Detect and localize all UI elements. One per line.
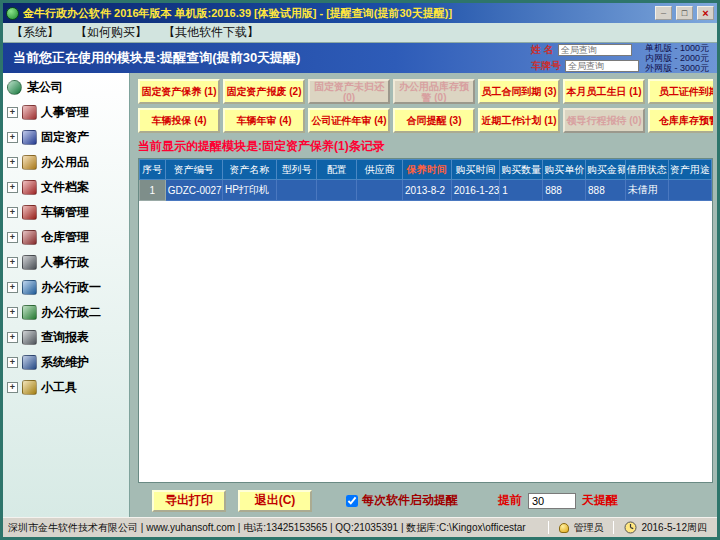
warehouse-icon — [22, 230, 37, 245]
sidebar-item-label: 车辆管理 — [41, 204, 89, 221]
sidebar-item-office-admin-1[interactable]: +办公行政一 — [5, 275, 127, 300]
reminder-button-vehicle-inspection[interactable]: 车辆年审 (4) — [223, 108, 305, 133]
sidebar-item-label: 人事行政 — [41, 254, 89, 271]
reminder-button-warehouse-stock-warning[interactable]: 仓库库存预警 — [648, 108, 713, 133]
name-search-row: 姓 名 — [531, 43, 639, 57]
expand-plus-icon[interactable]: + — [7, 357, 18, 368]
expand-plus-icon[interactable]: + — [7, 332, 18, 343]
expand-plus-icon[interactable]: + — [7, 257, 18, 268]
statusbar-divider — [613, 521, 614, 534]
column-header-8[interactable]: 购买时间 — [451, 160, 500, 180]
hr-books-icon — [22, 105, 37, 120]
reminder-table-area: 序号资产编号资产名称型列号配置供应商保养时间购买时间购买数量购买单价购买金额借用… — [138, 158, 713, 483]
office-admin2-icon — [22, 305, 37, 320]
expand-plus-icon[interactable]: + — [7, 232, 18, 243]
title-bar[interactable]: 金牛行政办公软件 2016年版本 单机版:2016.39 [体验试用版] - [… — [3, 3, 717, 23]
sidebar-item-label: 查询报表 — [41, 329, 89, 346]
office-admin1-icon — [22, 280, 37, 295]
footer-controls: 导出打印 退出(C) 每次软件启动提醒 提前 天提醒 — [138, 483, 713, 513]
table-row[interactable]: 1GDZC-00276HP打印机2013-8-22016-1-231888888… — [140, 180, 712, 201]
status-bar: 深圳市金牛软件技术有限公司 | www.yuhansoft.com | 电话:1… — [3, 517, 717, 537]
column-header-12[interactable]: 借用状态 — [626, 160, 669, 180]
reminder-row-2: 车辆投保 (4)车辆年审 (4)公司证件年审 (4)合同提醒 (3)近期工作计划… — [138, 108, 713, 133]
table-cell — [317, 180, 357, 201]
reminder-button-supplies-stock-warning[interactable]: 办公用品库存预警 (0) — [393, 79, 475, 104]
column-header-3[interactable]: 资产名称 — [222, 160, 276, 180]
sidebar-item-label: 小工具 — [41, 379, 77, 396]
expand-plus-icon[interactable]: + — [7, 207, 18, 218]
sidebar: 某公司 +人事管理+固定资产+办公用品+文件档案+车辆管理+仓库管理+人事行政+… — [3, 73, 130, 517]
sidebar-item-office-admin-2[interactable]: +办公行政二 — [5, 300, 127, 325]
sidebar-item-hr[interactable]: +人事管理 — [5, 100, 127, 125]
column-header-11[interactable]: 购买金额 — [586, 160, 626, 180]
reminder-button-vehicle-insurance[interactable]: 车辆投保 (4) — [138, 108, 220, 133]
reminder-button-leader-schedule[interactable]: 领导行程报待 (0) — [563, 108, 645, 133]
sidebar-item-label: 办公行政一 — [41, 279, 101, 296]
table-cell: HP打印机 — [222, 180, 276, 201]
reminder-button-contract-expiry[interactable]: 员工合同到期 (3) — [478, 79, 560, 104]
reminder-button-fixed-asset-scrap[interactable]: 固定资产报废 (2) — [223, 79, 305, 104]
column-header-6[interactable]: 供应商 — [357, 160, 403, 180]
name-search-input[interactable] — [558, 44, 632, 56]
table-cell: 2016-1-23 — [451, 180, 500, 201]
column-header-10[interactable]: 购买单价 — [543, 160, 586, 180]
advance-days-input[interactable] — [528, 493, 576, 509]
expand-plus-icon[interactable]: + — [7, 182, 18, 193]
column-header-7[interactable]: 保养时间 — [403, 160, 452, 180]
reminder-button-fixed-asset-unreturned[interactable]: 固定资产未归还 (0) — [308, 79, 390, 104]
sidebar-root-company[interactable]: 某公司 — [5, 76, 127, 100]
sidebar-item-warehouse[interactable]: +仓库管理 — [5, 225, 127, 250]
menu-item-1[interactable]: 【系统】 — [11, 24, 59, 41]
clock-icon — [624, 521, 637, 534]
column-header-13[interactable]: 资产用途 — [668, 160, 711, 180]
menu-bar: 【系统】【如何购买】【其他软件下载】 — [3, 23, 717, 43]
expand-plus-icon[interactable]: + — [7, 307, 18, 318]
sidebar-item-label: 办公用品 — [41, 154, 89, 171]
statusbar-user: 管理员 — [554, 521, 608, 535]
expand-plus-icon[interactable]: + — [7, 132, 18, 143]
sidebar-item-hr-admin[interactable]: +人事行政 — [5, 250, 127, 275]
sidebar-item-supplies[interactable]: +办公用品 — [5, 150, 127, 175]
module-header: 当前您正在使用的模块是:提醒查询(提前30天提醒) 姓 名 车牌号 单机版 - … — [3, 43, 717, 73]
window-body: 某公司 +人事管理+固定资产+办公用品+文件档案+车辆管理+仓库管理+人事行政+… — [3, 73, 717, 517]
maintenance-icon — [22, 355, 37, 370]
minimize-button[interactable] — [655, 6, 672, 20]
column-header-2[interactable]: 资产编号 — [165, 160, 222, 180]
statusbar-info: 深圳市金牛软件技术有限公司 | www.yuhansoft.com | 电话:1… — [8, 521, 543, 535]
sidebar-item-reports[interactable]: +查询报表 — [5, 325, 127, 350]
assets-cube-icon — [22, 130, 37, 145]
column-header-5[interactable]: 配置 — [317, 160, 357, 180]
close-button[interactable] — [697, 6, 714, 20]
maximize-button[interactable] — [676, 6, 693, 20]
reminder-button-employee-cert-expiry[interactable]: 员工证件到期 — [648, 79, 713, 104]
exit-button[interactable]: 退出(C) — [238, 490, 312, 512]
table-body: 1GDZC-00276HP打印机2013-8-22016-1-231888888… — [140, 180, 712, 201]
column-header-1[interactable]: 序号 — [140, 160, 166, 180]
main-panel: 固定资产保养 (1)固定资产报废 (2)固定资产未归还 (0)办公用品库存预警 … — [130, 73, 717, 517]
column-header-9[interactable]: 购买数量 — [500, 160, 543, 180]
reminder-button-contract-reminder[interactable]: 合同提醒 (3) — [393, 108, 475, 133]
sidebar-item-maintenance[interactable]: +系统维护 — [5, 350, 127, 375]
sidebar-item-vehicles[interactable]: +车辆管理 — [5, 200, 127, 225]
export-print-button[interactable]: 导出打印 — [152, 490, 226, 512]
expand-plus-icon[interactable]: + — [7, 382, 18, 393]
reminder-button-employee-birthday[interactable]: 本月员工生日 (1) — [563, 79, 645, 104]
column-header-4[interactable]: 型列号 — [277, 160, 317, 180]
menu-item-3[interactable]: 【其他软件下载】 — [163, 24, 259, 41]
sidebar-item-files[interactable]: +文件档案 — [5, 175, 127, 200]
startup-reminder-checkbox[interactable] — [346, 495, 358, 507]
price-line-3: 外网版 - 3000元 — [645, 63, 709, 73]
expand-plus-icon[interactable]: + — [7, 282, 18, 293]
reminder-button-work-plan[interactable]: 近期工作计划 (1) — [478, 108, 560, 133]
expand-plus-icon[interactable]: + — [7, 157, 18, 168]
expand-plus-icon[interactable]: + — [7, 107, 18, 118]
files-book-icon — [22, 180, 37, 195]
menu-item-2[interactable]: 【如何购买】 — [75, 24, 147, 41]
sidebar-item-tools[interactable]: +小工具 — [5, 375, 127, 400]
reports-icon — [22, 330, 37, 345]
reminder-button-company-cert-review[interactable]: 公司证件年审 (4) — [308, 108, 390, 133]
startup-reminder-label[interactable]: 每次软件启动提醒 — [362, 492, 458, 509]
reminder-button-fixed-asset-maintain[interactable]: 固定资产保养 (1) — [138, 79, 220, 104]
plate-search-input[interactable] — [565, 60, 639, 72]
sidebar-item-assets[interactable]: +固定资产 — [5, 125, 127, 150]
